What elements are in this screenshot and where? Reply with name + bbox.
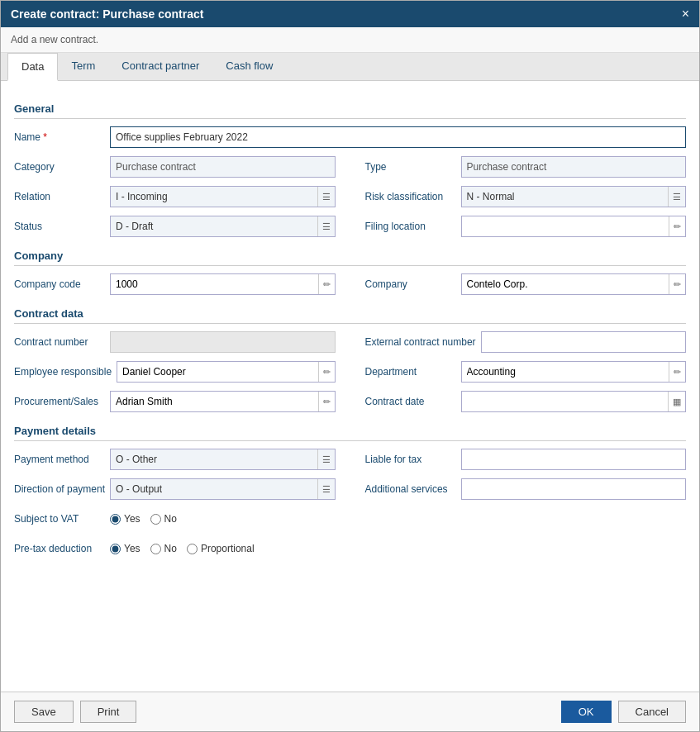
vat-no-option[interactable]: No: [150, 513, 177, 525]
pretax-proportional-radio[interactable]: [187, 544, 198, 554]
cancel-button[interactable]: Cancel: [618, 701, 686, 723]
filing-pencil-icon[interactable]: ✏: [669, 216, 685, 236]
pretax-radio-group: Yes No Proportional: [110, 543, 686, 554]
company-code-pencil-icon[interactable]: ✏: [318, 274, 335, 294]
risk-label: Risk classification: [365, 191, 456, 202]
relation-input[interactable]: [111, 188, 317, 205]
procurement-input[interactable]: [111, 393, 318, 410]
procurement-label: Procurement/Sales: [14, 396, 105, 407]
type-label: Type: [365, 161, 456, 173]
vat-yes-radio[interactable]: [110, 514, 121, 525]
vat-row: Subject to VAT Yes No: [14, 507, 686, 530]
direction-services-row: Direction of payment ☰ Additional servic…: [14, 478, 686, 501]
status-field-group: Status ☰: [14, 215, 336, 238]
direction-list-icon[interactable]: ☰: [317, 479, 335, 499]
direction-field-group: Direction of payment ☰: [14, 478, 336, 501]
liable-tax-field-group: Liable for tax: [365, 448, 687, 471]
liable-tax-input[interactable]: [461, 449, 687, 470]
dialog-subtitle: Add a new contract.: [1, 27, 699, 53]
company-input-wrapper: ✏: [461, 273, 687, 295]
risk-field-group: Risk classification ☰: [365, 185, 687, 208]
pretax-no-option[interactable]: No: [150, 543, 177, 554]
pretax-yes-option[interactable]: Yes: [110, 543, 140, 554]
company-input[interactable]: [462, 276, 669, 292]
direction-label: Direction of payment: [14, 483, 105, 495]
contract-date-input-wrapper: ▦: [461, 391, 687, 412]
procurement-pencil-icon[interactable]: ✏: [318, 392, 335, 411]
vat-no-radio[interactable]: [150, 514, 161, 525]
payment-method-row: Payment method ☰ Liable for tax: [14, 448, 686, 471]
pretax-proportional-label: Proportional: [201, 543, 255, 554]
vat-yes-option[interactable]: Yes: [110, 513, 140, 525]
type-input: [461, 156, 687, 178]
relation-list-icon[interactable]: ☰: [317, 187, 335, 207]
name-label: Name: [14, 131, 105, 143]
external-contract-field-group: External contract number: [365, 330, 687, 354]
name-field-group: Name: [14, 126, 686, 149]
tab-contract-partner[interactable]: Contract partner: [108, 53, 212, 81]
payment-method-input-wrapper: ☰: [110, 449, 336, 470]
contract-number-input[interactable]: [110, 331, 336, 353]
vat-no-label: No: [164, 513, 177, 525]
save-button[interactable]: Save: [14, 701, 74, 723]
company-row: Company code ✏ Company ✏: [14, 273, 686, 296]
close-button[interactable]: ×: [682, 7, 689, 21]
tab-data[interactable]: Data: [7, 53, 58, 81]
department-label: Department: [365, 366, 456, 378]
type-field-group: Type: [365, 155, 687, 178]
employee-input[interactable]: [117, 364, 317, 380]
relation-input-wrapper: ☰: [110, 186, 336, 207]
relation-risk-row: Relation ☰ Risk classification ☰: [14, 185, 686, 208]
employee-pencil-icon[interactable]: ✏: [318, 362, 335, 382]
department-pencil-icon[interactable]: ✏: [669, 362, 685, 382]
dialog-header: Create contract: Purchase contract ×: [1, 1, 699, 27]
payment-method-input[interactable]: [111, 451, 317, 468]
status-filing-row: Status ☰ Filing location ✏: [14, 215, 686, 238]
print-button[interactable]: Print: [80, 701, 137, 723]
pretax-row: Pre-tax deduction Yes No Proportional: [14, 537, 686, 560]
tab-cash-flow[interactable]: Cash flow: [212, 53, 286, 81]
pretax-proportional-option[interactable]: Proportional: [187, 543, 255, 554]
dialog-title: Create contract: Purchase contract: [11, 7, 203, 21]
risk-input[interactable]: [462, 188, 669, 205]
status-input[interactable]: [111, 218, 317, 235]
employee-department-row: Employee responsible ✏ Department ✏: [14, 360, 686, 383]
name-input[interactable]: [110, 126, 686, 148]
employee-label: Employee responsible: [14, 366, 112, 378]
category-field-group: Category: [14, 155, 336, 178]
direction-input[interactable]: [111, 481, 317, 497]
company-pencil-icon[interactable]: ✏: [669, 274, 685, 294]
pretax-no-radio[interactable]: [150, 544, 161, 554]
direction-input-wrapper: ☰: [110, 478, 335, 500]
relation-label: Relation: [14, 191, 105, 202]
company-code-field-group: Company code ✏: [14, 273, 336, 296]
procurement-field-group: Procurement/Sales ✏: [14, 390, 336, 413]
contract-date-input[interactable]: [462, 393, 669, 410]
pretax-yes-label: Yes: [124, 543, 140, 554]
risk-input-wrapper: ☰: [461, 186, 687, 207]
status-list-icon[interactable]: ☰: [317, 216, 335, 236]
tab-term[interactable]: Term: [58, 53, 108, 81]
category-input: [110, 156, 336, 178]
pretax-label: Pre-tax deduction: [14, 543, 105, 554]
filing-input[interactable]: [462, 218, 669, 235]
pretax-yes-radio[interactable]: [110, 544, 121, 554]
general-section-title: General: [14, 102, 686, 119]
company-label: Company: [365, 278, 456, 290]
payment-method-list-icon[interactable]: ☰: [317, 449, 335, 469]
payment-method-label: Payment method: [14, 454, 105, 465]
risk-list-icon[interactable]: ☰: [668, 187, 685, 207]
contract-date-field-group: Contract date ▦: [365, 390, 687, 413]
department-input[interactable]: [462, 364, 669, 380]
department-field-group: Department ✏: [365, 360, 687, 383]
company-code-label: Company code: [14, 278, 105, 290]
vat-radio-group: Yes No: [110, 513, 686, 525]
contract-date-calendar-icon[interactable]: ▦: [668, 392, 685, 411]
contract-number-row: Contract number External contract number: [14, 330, 686, 354]
company-code-input[interactable]: [111, 276, 318, 292]
external-contract-input[interactable]: [481, 331, 686, 353]
additional-services-input[interactable]: [461, 478, 687, 500]
contract-number-label: Contract number: [14, 336, 105, 348]
ok-button[interactable]: OK: [561, 701, 612, 723]
company-code-input-wrapper: ✏: [110, 273, 336, 295]
